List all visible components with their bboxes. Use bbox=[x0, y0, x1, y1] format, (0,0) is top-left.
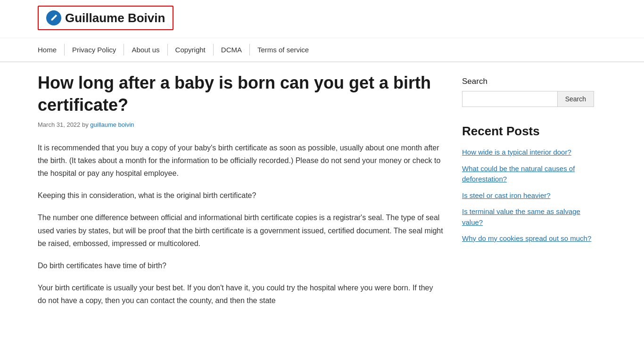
article-title: How long after a baby is born can you ge… bbox=[38, 72, 443, 116]
list-item: Is steel or cast iron heavier? bbox=[462, 190, 594, 201]
nav-link-privacy[interactable]: Privacy Policy bbox=[65, 44, 124, 56]
search-form: Search bbox=[462, 91, 594, 107]
article: How long after a baby is born can you ge… bbox=[38, 72, 443, 307]
article-by: by bbox=[82, 121, 90, 128]
recent-post-link-2[interactable]: What could be the natural causes of defo… bbox=[462, 165, 575, 183]
site-title: Guillaume Boivin bbox=[65, 11, 165, 25]
search-button[interactable]: Search bbox=[558, 91, 594, 107]
list-item: Why do my cookies spread out so much? bbox=[462, 233, 594, 244]
nav-item-about[interactable]: About us bbox=[124, 44, 167, 56]
article-body: It is recommended that you buy a copy of… bbox=[38, 141, 443, 307]
site-logo[interactable]: Guillaume Boivin bbox=[38, 6, 173, 30]
site-content: How long after a baby is born can you ge… bbox=[0, 63, 644, 326]
nav-item-copyright[interactable]: Copyright bbox=[168, 44, 214, 56]
nav-list: Home Privacy Policy About us Copyright D… bbox=[38, 44, 606, 56]
article-author[interactable]: guillaume boivin bbox=[90, 121, 134, 128]
article-paragraph-1: It is recommended that you buy a copy of… bbox=[38, 141, 443, 180]
logo-icon bbox=[46, 10, 61, 25]
article-paragraph-2: Keeping this in consideration, what is t… bbox=[38, 189, 443, 202]
site-nav: Home Privacy Policy About us Copyright D… bbox=[0, 38, 644, 62]
recent-post-link-1[interactable]: How wide is a typical interior door? bbox=[462, 148, 571, 156]
nav-link-terms[interactable]: Terms of service bbox=[250, 44, 316, 56]
nav-item-terms[interactable]: Terms of service bbox=[250, 44, 316, 56]
search-input[interactable] bbox=[462, 91, 558, 107]
nav-link-copyright[interactable]: Copyright bbox=[168, 44, 214, 56]
recent-post-link-3[interactable]: Is steel or cast iron heavier? bbox=[462, 191, 551, 199]
site-header: Guillaume Boivin bbox=[0, 0, 644, 38]
article-paragraph-5: Your birth certificate is usually your b… bbox=[38, 281, 443, 307]
sidebar: Search Search Recent Posts How wide is a… bbox=[462, 72, 594, 316]
search-label: Search bbox=[462, 77, 594, 86]
list-item: Is terminal value the same as salvage va… bbox=[462, 206, 594, 228]
nav-item-dcma[interactable]: DCMA bbox=[214, 44, 250, 56]
main-content: How long after a baby is born can you ge… bbox=[38, 72, 443, 316]
recent-posts-title: Recent Posts bbox=[462, 124, 594, 139]
article-paragraph-3: The number one difference between offici… bbox=[38, 211, 443, 250]
recent-post-link-4[interactable]: Is terminal value the same as salvage va… bbox=[462, 207, 580, 226]
list-item: What could be the natural causes of defo… bbox=[462, 164, 594, 185]
sidebar-search-widget: Search Search bbox=[462, 72, 594, 107]
list-item: How wide is a typical interior door? bbox=[462, 147, 594, 158]
content-wrapper: How long after a baby is born can you ge… bbox=[0, 62, 644, 326]
nav-item-home[interactable]: Home bbox=[38, 44, 65, 56]
nav-item-privacy[interactable]: Privacy Policy bbox=[65, 44, 124, 56]
article-date: March 31, 2022 bbox=[38, 121, 80, 128]
nav-link-about[interactable]: About us bbox=[124, 44, 167, 56]
article-paragraph-4: Do birth certificates have time of birth… bbox=[38, 259, 443, 272]
recent-post-link-5[interactable]: Why do my cookies spread out so much? bbox=[462, 234, 591, 242]
nav-link-home[interactable]: Home bbox=[38, 44, 65, 56]
article-meta: March 31, 2022 by guillaume boivin bbox=[38, 121, 443, 128]
nav-link-dcma[interactable]: DCMA bbox=[214, 44, 250, 56]
recent-posts-list: How wide is a typical interior door? Wha… bbox=[462, 147, 594, 244]
recent-posts-widget: Recent Posts How wide is a typical inter… bbox=[462, 124, 594, 244]
